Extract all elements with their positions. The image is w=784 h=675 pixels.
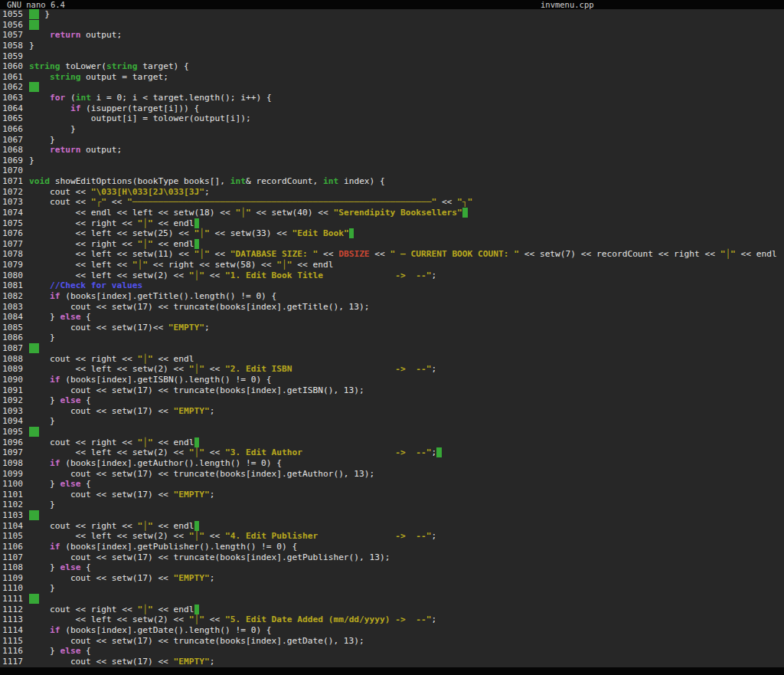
code-line[interactable]: 1090 if (books[index].getISBN().length()… bbox=[0, 375, 784, 385]
code-token: << bbox=[204, 447, 225, 457]
code-line[interactable]: 1086 } bbox=[0, 333, 784, 343]
code-line[interactable]: 1064 if (isupper(target[i])) { bbox=[0, 103, 784, 114]
code-line[interactable]: 1092 } else { bbox=[0, 395, 784, 406]
code-line[interactable]: 1085 cout << setw(17)<< "EMPTY"; bbox=[0, 323, 784, 333]
code-line[interactable]: 1061 string output = target; bbox=[0, 72, 784, 83]
code-line[interactable]: 1058} bbox=[0, 41, 784, 51]
code-text: if (isupper(target[i])) { bbox=[29, 103, 199, 114]
code-line[interactable]: 1102 } bbox=[0, 500, 784, 510]
line-number: 1058 bbox=[0, 41, 23, 51]
code-line[interactable]: 1075 << right << "│" << endl bbox=[0, 218, 784, 229]
code-line[interactable]: 1070 bbox=[0, 165, 784, 176]
code-line[interactable]: 1104 cout << right << "│" << endl bbox=[0, 521, 784, 532]
code-line[interactable]: 1065 output[i] = tolower(output[i]); bbox=[0, 113, 784, 124]
code-line[interactable]: 1094 } bbox=[0, 416, 784, 427]
code-token: << endl bbox=[153, 521, 194, 531]
code-line[interactable]: 1066 } bbox=[0, 124, 784, 135]
line-number: 1109 bbox=[0, 573, 23, 584]
code-line[interactable]: 1068 return output; bbox=[0, 145, 784, 156]
code-line[interactable]: 1059 bbox=[0, 51, 784, 62]
code-line[interactable]: 1107 cout << setw(17) << truncate(books[… bbox=[0, 552, 784, 563]
code-line[interactable]: 1082 if (books[index].getTitle().length(… bbox=[0, 291, 784, 302]
code-line[interactable]: 1095 bbox=[0, 427, 784, 437]
code-line[interactable]: 1105 << left << setw(2) << "│" << "4. Ed… bbox=[0, 531, 784, 542]
code-line[interactable]: 1096 cout << right << "│" << endl bbox=[0, 437, 784, 448]
code-line[interactable]: 1110 } bbox=[0, 583, 784, 594]
code-line[interactable]: 1072 cout << "\033[H\033[2J\033[3J"; bbox=[0, 187, 784, 198]
code-line[interactable]: 1103 bbox=[0, 510, 784, 521]
code-line[interactable]: 1108 } else { bbox=[0, 562, 784, 573]
code-text: << left << setw(11) << "│" << "DATABASE … bbox=[29, 249, 777, 260]
code-token: "\033[H\033[2J\033[3J" bbox=[91, 187, 204, 197]
code-line[interactable]: 1060string toLower(string target) { bbox=[0, 61, 784, 72]
code-token bbox=[29, 280, 50, 290]
code-token: << bbox=[204, 364, 225, 374]
line-number: 1113 bbox=[0, 614, 23, 625]
code-line[interactable]: 1079 << left << "│" << right << setw(58)… bbox=[0, 260, 784, 270]
code-line[interactable]: 1093 cout << setw(17) << "EMPTY"; bbox=[0, 406, 784, 417]
code-line[interactable]: 1117 cout << setw(17) << "EMPTY"; bbox=[0, 657, 784, 667]
line-number: 1061 bbox=[0, 72, 23, 83]
trailing-whitespace-highlight bbox=[194, 218, 200, 228]
code-line[interactable]: 1081 //Check for values bbox=[0, 280, 784, 291]
line-number: 1066 bbox=[0, 124, 23, 135]
line-number: 1091 bbox=[0, 385, 23, 396]
code-line[interactable]: 1055 } bbox=[0, 9, 784, 20]
code-line[interactable]: 1069} bbox=[0, 156, 784, 166]
code-lines[interactable]: 1055 }1056 1057 return output;1058}10591… bbox=[0, 9, 784, 667]
code-token: return bbox=[50, 30, 80, 40]
code-line[interactable]: 1074 << endl << left << setw(18) << "│" … bbox=[0, 208, 784, 218]
line-number: 1072 bbox=[0, 187, 23, 198]
code-token: (books[index].getAuthor().length() != 0)… bbox=[60, 458, 282, 468]
code-line[interactable]: 1063 for (int i = 0; i < target.length()… bbox=[0, 93, 784, 103]
code-token: } bbox=[29, 135, 55, 145]
code-token: { bbox=[80, 312, 90, 322]
code-line[interactable]: 1098 if (books[index].getAuthor().length… bbox=[0, 458, 784, 469]
code-text: cout << "\033[H\033[2J\033[3J"; bbox=[29, 187, 210, 198]
code-line[interactable]: 1076 << left << setw(25) << "│" << setw(… bbox=[0, 228, 784, 239]
code-line[interactable]: 1078 << left << setw(11) << "│" << "DATA… bbox=[0, 249, 784, 260]
code-line[interactable]: 1097 << left << setw(2) << "│" << "3. Ed… bbox=[0, 447, 784, 458]
code-text: << right << "│" << endl bbox=[29, 218, 199, 229]
code-line[interactable]: 1080 << left << setw(2) << "│" << "1. Ed… bbox=[0, 270, 784, 281]
code-line[interactable]: 1109 cout << setw(17) << "EMPTY"; bbox=[0, 573, 784, 584]
code-token: "1. Edit Book Title -> --" bbox=[225, 270, 431, 280]
line-number: 1111 bbox=[0, 594, 23, 605]
code-token: else bbox=[60, 646, 80, 656]
code-line[interactable]: 1111 bbox=[0, 594, 784, 605]
code-line[interactable]: 1116 } else { bbox=[0, 646, 784, 657]
code-token: cout << right << bbox=[29, 521, 137, 531]
code-line[interactable]: 1115 cout << setw(17) << truncate(books[… bbox=[0, 636, 784, 647]
line-number: 1086 bbox=[0, 333, 23, 343]
code-token: else bbox=[60, 479, 80, 489]
code-line[interactable]: 1067 } bbox=[0, 135, 784, 146]
code-line[interactable]: 1106 if (books[index].getPublisher().len… bbox=[0, 542, 784, 552]
code-line[interactable]: 1088 cout << right << "│" << endl bbox=[0, 354, 784, 365]
code-line[interactable]: 1057 return output; bbox=[0, 30, 784, 41]
code-line[interactable]: 1073 cout << "┌" << "───────────────────… bbox=[0, 197, 784, 208]
code-line[interactable]: 1101 cout << setw(17) << "EMPTY"; bbox=[0, 490, 784, 500]
code-line[interactable]: 1062 bbox=[0, 82, 784, 93]
line-number: 1116 bbox=[0, 646, 23, 657]
code-line[interactable]: 1056 bbox=[0, 20, 784, 31]
code-text: } bbox=[29, 333, 55, 343]
code-text: cout << setw(17) << truncate(books[index… bbox=[29, 636, 364, 647]
code-line[interactable]: 1112 cout << right << "│" << endl bbox=[0, 605, 784, 615]
code-token: } bbox=[29, 416, 55, 426]
code-token: << setw(40) << bbox=[251, 208, 334, 218]
code-line[interactable]: 1083 cout << setw(17) << truncate(books[… bbox=[0, 302, 784, 313]
line-number: 1067 bbox=[0, 135, 23, 146]
code-line[interactable]: 1087 bbox=[0, 343, 784, 354]
code-text: << endl << left << setw(18) << "│" << se… bbox=[29, 208, 468, 218]
code-line[interactable]: 1089 << left << setw(2) << "│" << "2. Ed… bbox=[0, 364, 784, 375]
code-line[interactable]: 1099 cout << setw(17) << truncate(books[… bbox=[0, 469, 784, 480]
code-line[interactable]: 1077 << right << "│" << endl bbox=[0, 239, 784, 250]
code-line[interactable]: 1071void showEditOptions(bookType books[… bbox=[0, 176, 784, 187]
code-text: cout << setw(17) << "EMPTY"; bbox=[29, 406, 215, 417]
code-line[interactable]: 1100 } else { bbox=[0, 479, 784, 490]
code-line[interactable]: 1084 } else { bbox=[0, 312, 784, 323]
code-line[interactable]: 1113 << left << setw(2) << "│" << "5. Ed… bbox=[0, 614, 784, 625]
code-line[interactable]: 1091 cout << setw(17) << truncate(books[… bbox=[0, 385, 784, 396]
code-line[interactable]: 1114 if (books[index].getDate().length()… bbox=[0, 625, 784, 636]
code-token: cout << setw(17) << truncate(books[index… bbox=[29, 302, 370, 312]
